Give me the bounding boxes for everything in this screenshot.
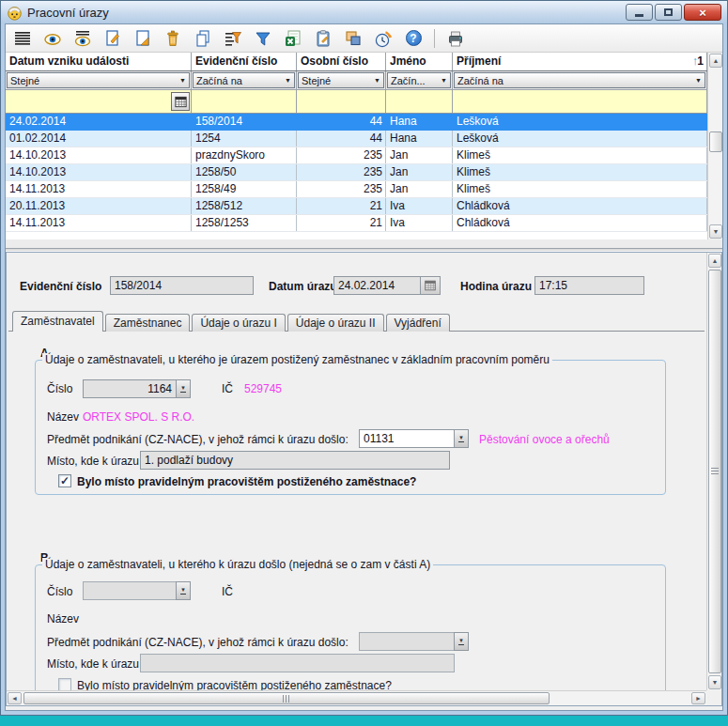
section-b-fieldset: Údaje o zaměstnavateli, u kterého k úraz… [35, 564, 666, 698]
scroll-down-button[interactable]: ▼ [708, 675, 721, 689]
cell-first-name: Hana [386, 114, 453, 130]
cz-nace-lookup-button[interactable]: ▼ [454, 632, 469, 651]
evidence-number-label: Evidenční číslo [20, 278, 101, 295]
filter-combo-first-name[interactable]: Začín...▼ [387, 72, 451, 88]
grid-body: Datum vzniku události Evidenční číslo Os… [6, 53, 707, 239]
table-row[interactable]: 14.11.2013 1258/49 235 Jan Klimeš [6, 181, 707, 198]
app-window: Pracovní úrazy × ? [0, 0, 728, 716]
filter-input-first-name[interactable] [386, 90, 453, 113]
cell-first-name: Hana [386, 131, 453, 147]
company-number-field[interactable] [83, 581, 177, 600]
cell-personal-number: 44 [297, 114, 386, 130]
filter-combo-evidence-number[interactable]: Začíná na▼ [193, 72, 295, 88]
tab-vyjadreni[interactable]: Vyjádření [386, 314, 450, 332]
scroll-thumb[interactable] [709, 131, 722, 152]
grid-vertical-scrollbar[interactable]: ▲ ▼ [707, 53, 722, 239]
filter-input-evidence-number[interactable] [192, 90, 297, 113]
cell-date: 01.02.2014 [6, 131, 192, 147]
excel-export-button[interactable] [282, 27, 304, 50]
minimize-button[interactable] [626, 4, 653, 21]
filter-settings-icon [224, 29, 242, 48]
cz-nace-field[interactable] [359, 632, 455, 651]
injury-date-field[interactable]: 24.02.2014 [333, 276, 421, 295]
table-row[interactable]: 20.11.2013 1258/512 21 Iva Chládková [6, 198, 707, 215]
tab-zamestnavatel[interactable]: Zaměstnavatel [12, 311, 103, 332]
filter-button[interactable] [252, 27, 274, 50]
tab-udaje-o-urazu-2[interactable]: Údaje o úrazu II [287, 314, 384, 332]
scroll-down-button[interactable]: ▼ [709, 224, 722, 239]
table-row[interactable]: 24.02.2014 158/2014 44 Hana Lešková [6, 114, 707, 131]
injured-face-icon [7, 5, 23, 21]
table-row[interactable]: 01.02.2014 1254 44 Hana Lešková [6, 131, 707, 147]
company-number-field[interactable]: 1164 [83, 379, 177, 398]
column-header-last-name[interactable]: Příjmení [453, 53, 707, 70]
scroll-up-button[interactable]: ▲ [709, 54, 722, 68]
cz-nace-lookup-button[interactable]: ▼ [454, 429, 469, 448]
ic-value: 529745 [244, 380, 282, 397]
company-number-lookup-button[interactable]: ▼ [176, 581, 191, 600]
related-windows-button[interactable] [342, 27, 364, 50]
scroll-up-button[interactable]: ▲ [708, 254, 721, 268]
calendar-button[interactable] [171, 92, 190, 111]
injury-time-field[interactable]: 17:15 [534, 276, 644, 295]
scroll-thumb[interactable] [708, 270, 721, 673]
restore-button[interactable] [655, 4, 682, 21]
close-button[interactable]: × [684, 4, 721, 21]
lookup-icon: ▼ [180, 587, 186, 595]
print-button[interactable] [444, 27, 467, 50]
cell-evidence-number: 1258/512 [192, 198, 297, 214]
filter-input-date[interactable] [6, 90, 192, 113]
regular-workplace-checkbox[interactable]: ✓ [58, 678, 71, 691]
new-record-button[interactable] [101, 27, 124, 50]
help-button[interactable]: ? [402, 27, 425, 50]
form-edit-button[interactable] [312, 27, 334, 50]
cell-first-name: Jan [386, 181, 453, 197]
filter-combo-personal-number[interactable]: Stejné▼ [298, 72, 384, 88]
scroll-right-button[interactable]: ► [691, 692, 705, 704]
filter-combo-last-name[interactable]: Začíná na▼ [454, 72, 705, 88]
browse-button[interactable] [41, 27, 64, 50]
scroll-left-button[interactable]: ◄ [8, 692, 22, 704]
cell-personal-number: 235 [297, 181, 386, 197]
chevron-down-icon: ▼ [374, 77, 380, 84]
detail-horizontal-scrollbar[interactable]: ◄ ► [7, 690, 706, 705]
column-header-evidence-number[interactable]: Evidenční číslo [192, 53, 297, 70]
lookup-icon: ▼ [180, 385, 186, 393]
cell-date: 14.11.2013 [6, 215, 192, 231]
filter-input-last-name[interactable] [453, 90, 707, 113]
detail-vertical-scrollbar[interactable]: ▲ ▼ [706, 253, 721, 690]
delete-record-button[interactable] [162, 27, 184, 50]
detail-panel: Evidenční číslo 158/2014 Datum úrazu 24.… [6, 252, 722, 706]
filter-combo-date[interactable]: Stejné▼ [7, 72, 190, 88]
column-header-first-name[interactable]: Jméno [386, 53, 453, 70]
table-row[interactable]: 14.10.2013 1258/50 235 Jan Klimeš [6, 164, 707, 181]
injury-date-calendar-button[interactable] [420, 276, 441, 295]
injury-place-field[interactable]: 1. podlaží budovy [140, 451, 450, 470]
tab-zamestnanec[interactable]: Zaměstnanec [105, 314, 191, 332]
scroll-thumb[interactable] [23, 692, 550, 704]
cz-nace-field[interactable]: 01131 [359, 429, 455, 448]
evidence-number-field[interactable]: 158/2014 [110, 276, 254, 295]
table-row[interactable]: 14.10.2013 prazdnySkoro 235 Jan Klimeš [6, 147, 707, 164]
copy-icon [194, 29, 212, 48]
ic-label: IČ [222, 583, 233, 600]
sort-indicator[interactable]: ↑ 1 [692, 54, 704, 68]
titlebar: Pracovní úrazy × [1, 1, 727, 23]
cell-last-name: Lešková [453, 131, 707, 147]
view-columns-button[interactable] [71, 27, 94, 50]
table-row[interactable]: 14.11.2013 1258/1253 21 Iva Chládková [6, 215, 707, 232]
column-header-personal-number[interactable]: Osobní číslo [297, 53, 386, 70]
history-button[interactable] [372, 27, 395, 50]
tab-udaje-o-urazu-1[interactable]: Údaje o úrazu I [192, 314, 285, 332]
menu-list-button[interactable] [11, 27, 34, 50]
filter-input-personal-number[interactable] [297, 90, 386, 113]
arrow-up-icon: ▲ [712, 257, 719, 264]
column-header-date[interactable]: Datum vzniku události [6, 53, 192, 70]
copy-record-button[interactable] [192, 27, 214, 50]
injury-place-field[interactable] [140, 654, 455, 672]
arrow-left-icon: ◄ [11, 695, 18, 702]
company-number-lookup-button[interactable]: ▼ [176, 379, 191, 398]
regular-workplace-checkbox[interactable]: ✓ [58, 474, 71, 487]
edit-record-button[interactable] [132, 27, 154, 50]
filter-settings-button[interactable] [222, 27, 244, 50]
